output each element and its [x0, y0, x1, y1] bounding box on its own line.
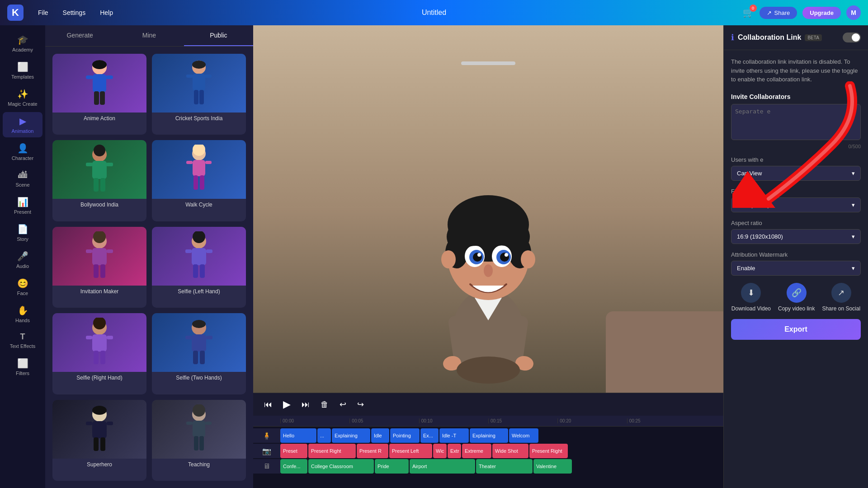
- file-type-dropdown[interactable]: MP4 (Video) ▾: [731, 197, 861, 212]
- preview-area: ⏮ ▶ ⏭ 🗑 ↩ ↪ 00:00 00:05 00:10 00:15 00:2…: [253, 25, 723, 488]
- skip-back-button[interactable]: ⏮: [262, 398, 274, 411]
- character-icon: 👤: [17, 143, 28, 154]
- anim-card-superhero[interactable]: Superhero: [52, 400, 146, 481]
- clip-idle-t[interactable]: Idle -T: [439, 428, 469, 443]
- tab-public[interactable]: Public: [184, 25, 253, 46]
- copy-video-link-button[interactable]: 🔗 Copy video link: [778, 283, 815, 312]
- nav-file[interactable]: File: [33, 7, 54, 18]
- tab-mine[interactable]: Mine: [114, 25, 184, 46]
- share-social-button[interactable]: ↗ Share on Social: [822, 283, 860, 312]
- play-button[interactable]: ▶: [281, 397, 292, 412]
- skip-forward-button[interactable]: ⏭: [300, 398, 311, 411]
- user-avatar[interactable]: M: [846, 5, 861, 20]
- users-label: Users with e: [731, 156, 861, 163]
- app-logo[interactable]: K: [7, 5, 24, 21]
- clip-airport[interactable]: Airport: [410, 459, 475, 474]
- clip-present-left[interactable]: Present Left: [389, 444, 432, 458]
- clip-present-right-2[interactable]: Present Right: [529, 444, 568, 458]
- anim-card-bollywood[interactable]: Bollywood India: [52, 140, 146, 221]
- clip-extreme[interactable]: Extreme: [462, 444, 491, 458]
- anim-card-selfie-two[interactable]: Selfie (Two Hands): [152, 313, 246, 394]
- player-controls: ⏮ ▶ ⏭ 🗑 ↩ ↪: [253, 393, 723, 416]
- sidebar-item-character[interactable]: 👤 Character: [3, 139, 42, 164]
- sidebar-item-templates[interactable]: ⬜ Templates: [3, 58, 42, 83]
- sidebar-item-animation[interactable]: ▶ Animation: [3, 112, 42, 137]
- hands-icon: ✋: [17, 305, 28, 316]
- clip-preset[interactable]: Preset: [280, 444, 307, 458]
- clip-pointing[interactable]: Pointing: [390, 428, 420, 443]
- svg-point-89: [521, 250, 535, 268]
- clip-theater[interactable]: Theater: [476, 459, 533, 474]
- sidebar-item-filters[interactable]: ⬜ Filters: [3, 354, 42, 380]
- anim-card-anime-action[interactable]: Anime Action: [52, 54, 146, 135]
- anim-card-cricket[interactable]: Cricket Sports India: [152, 54, 246, 135]
- clip-welcom[interactable]: Welcom: [509, 428, 538, 443]
- track-content-character: Hello ... Explaining Idle Pointing Ex...…: [280, 428, 723, 443]
- sidebar-item-hands[interactable]: ✋ Hands: [3, 301, 42, 327]
- clip-wide-shot[interactable]: Wide Shot: [492, 444, 528, 458]
- clip-college-classroom[interactable]: College Classroom: [308, 459, 374, 474]
- sidebar-item-audio[interactable]: 🎤 Audio: [3, 247, 42, 272]
- anim-card-walk-cycle[interactable]: Walk Cycle: [152, 140, 246, 221]
- nav-settings[interactable]: Settings: [57, 7, 91, 18]
- svg-rect-2: [86, 75, 93, 79]
- clip-present-r[interactable]: Present R: [357, 444, 388, 458]
- export-button[interactable]: Export: [731, 319, 861, 340]
- academy-icon: 🎓: [17, 34, 28, 45]
- clip-explaining2[interactable]: Explaining: [470, 428, 508, 443]
- nav-help[interactable]: Help: [94, 7, 118, 18]
- sidebar-item-text-effects[interactable]: T Text Effects: [3, 328, 42, 352]
- download-label: Download Video: [731, 305, 771, 312]
- sidebar-item-academy[interactable]: 🎓 Academy: [3, 31, 42, 56]
- clip-pride[interactable]: Pride: [375, 459, 409, 474]
- project-title[interactable]: Untitled: [422, 9, 446, 17]
- clip-ex[interactable]: Ex...: [420, 428, 439, 443]
- redo-button[interactable]: ↪: [355, 398, 366, 411]
- delete-button[interactable]: 🗑: [319, 398, 330, 411]
- anim-card-invitation[interactable]: Invitation Maker: [52, 227, 146, 308]
- tab-generate[interactable]: Generate: [45, 25, 114, 46]
- clip-dot1[interactable]: ...: [317, 428, 331, 443]
- sidebar-item-present[interactable]: 📊 Present: [3, 193, 42, 218]
- sidebar-item-face[interactable]: 😊 Face: [3, 274, 42, 300]
- anim-card-selfie-left[interactable]: Selfie (Left Hand): [152, 227, 246, 308]
- clip-hello[interactable]: Hello: [280, 428, 316, 443]
- anim-label-cricket: Cricket Sports India: [152, 113, 246, 125]
- collab-toggle[interactable]: [843, 33, 861, 42]
- svg-rect-32: [94, 264, 99, 278]
- can-view-dropdown[interactable]: Can View ▾: [731, 166, 861, 181]
- ruler-mark-5: 00:25: [627, 418, 696, 423]
- aspect-ratio-dropdown[interactable]: 16:9 (868x488) ▾: [731, 229, 861, 244]
- svg-rect-18: [94, 178, 99, 192]
- svg-rect-58: [86, 422, 92, 425]
- clip-wic[interactable]: Wic: [433, 444, 447, 458]
- upgrade-button[interactable]: Upgrade: [802, 7, 841, 19]
- svg-rect-45: [107, 336, 113, 339]
- anim-card-teaching[interactable]: Teaching: [152, 400, 246, 481]
- cart-button[interactable]: 🛒 0: [743, 7, 754, 18]
- sidebar-item-magic[interactable]: ✨ Magic Create: [3, 85, 42, 110]
- clip-confe[interactable]: Confe...: [280, 459, 307, 474]
- clip-explaining1[interactable]: Explaining: [332, 428, 370, 443]
- svg-rect-15: [92, 161, 107, 179]
- svg-point-55: [192, 320, 206, 328]
- anim-thumb-invitation: [52, 227, 146, 286]
- clip-valentine[interactable]: Valentine: [533, 459, 572, 474]
- clip-extr[interactable]: Extr: [448, 444, 461, 458]
- clip-present-right-1[interactable]: Present Right: [308, 444, 356, 458]
- anim-card-selfie-right[interactable]: Selfie (Right Hand): [52, 313, 146, 394]
- clip-idle1[interactable]: Idle: [371, 428, 389, 443]
- svg-rect-39: [193, 264, 198, 278]
- svg-rect-10: [205, 75, 212, 78]
- sidebar-label-audio: Audio: [16, 263, 29, 269]
- watermark-dropdown[interactable]: Enable ▾: [731, 261, 861, 276]
- ruler-mark-3: 00:15: [488, 418, 557, 423]
- share-button[interactable]: ↗ Share: [760, 7, 797, 19]
- sidebar-item-story[interactable]: 📄 Story: [3, 220, 42, 245]
- undo-button[interactable]: ↩: [338, 398, 348, 411]
- timeline-tracks: 🧍 Hello ... Explaining Idle Pointing Ex.…: [253, 427, 723, 488]
- aspect-ratio-value: 16:9 (868x488): [737, 233, 783, 240]
- download-video-button[interactable]: ⬇ Download Video: [731, 283, 771, 312]
- invite-textarea[interactable]: [731, 104, 861, 140]
- sidebar-item-scene[interactable]: 🏙 Scene: [3, 166, 42, 191]
